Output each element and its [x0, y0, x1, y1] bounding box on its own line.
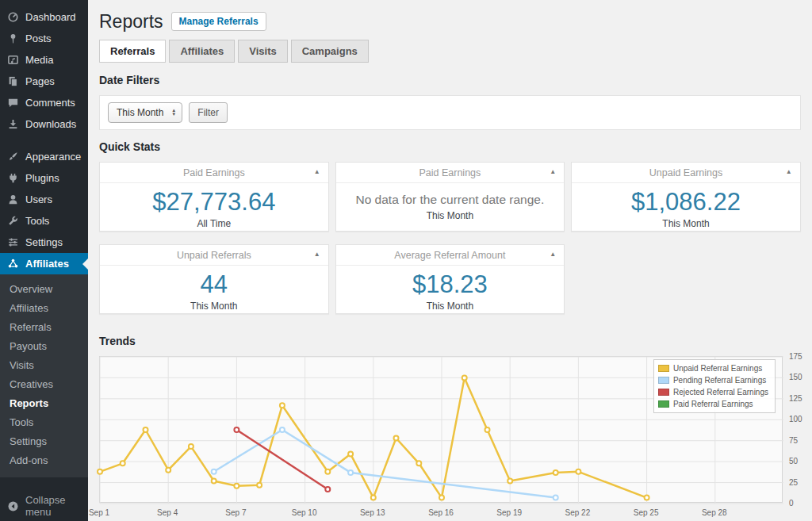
dashboard-icon [7, 11, 19, 23]
x-axis-tick-label: Sep 1 [89, 508, 109, 517]
submenu-item-tools[interactable]: Tools [0, 413, 88, 432]
appearance-icon [7, 151, 19, 163]
sidebar-item-label: Posts [25, 33, 52, 44]
tab-visits[interactable]: Visits [238, 40, 287, 63]
stat-value: $18.23 [336, 271, 565, 297]
legend-swatch-icon [658, 400, 669, 408]
sidebar-item-media[interactable]: Media [0, 49, 88, 71]
sidebar-item-downloads[interactable]: Downloads [0, 113, 88, 135]
collapse-menu-label: Collapse menu [25, 494, 83, 518]
card-collapse-toggle-icon[interactable]: ▲ [550, 251, 556, 258]
main-content: Reports Manage Referrals ReferralsAffili… [88, 0, 812, 521]
x-axis-tick-label: Sep 16 [428, 508, 454, 517]
legend-row: Unpaid Referral Earnings [658, 362, 768, 374]
sidebar-item-tools[interactable]: Tools [0, 210, 88, 232]
sidebar-item-label: Users [25, 193, 52, 205]
sidebar-item-dashboard[interactable]: Dashboard [0, 6, 88, 28]
sidebar-item-label: Tools [25, 215, 49, 227]
legend-label: Paid Referral Earnings [673, 400, 753, 408]
manage-referrals-button[interactable]: Manage Referrals [171, 12, 266, 31]
quick-stats-grid: Paid Earnings ▲ $27,773.64 All Time Paid… [99, 162, 801, 314]
stat-value: $27,773.64 [100, 189, 328, 215]
date-range-select[interactable]: This Month ▲▼ [108, 102, 182, 123]
trends-plot-area: Unpaid Referral EarningsPending Referral… [99, 356, 783, 503]
sidebar-item-plugins[interactable]: Plugins [0, 167, 88, 189]
legend-label: Pending Referral Earnings [673, 376, 766, 385]
x-axis-tick-label: Sep 22 [565, 508, 591, 517]
sidebar-item-label: Dashboard [25, 11, 76, 23]
submenu-item-add-ons[interactable]: Add-ons [0, 451, 88, 470]
y-axis-tick-label: 50 [789, 457, 798, 465]
stat-period: All Time [100, 218, 328, 229]
sidebar-item-users[interactable]: Users [0, 189, 88, 210]
y-axis-tick-label: 75 [789, 436, 798, 445]
trends-chart: Unpaid Referral EarningsPending Referral… [99, 356, 801, 521]
filter-button[interactable]: Filter [189, 102, 228, 123]
x-axis-tick-label: Sep 13 [360, 508, 385, 517]
submenu-item-creatives[interactable]: Creatives [0, 375, 88, 394]
legend-swatch-icon [658, 377, 669, 384]
submenu-item-affiliates[interactable]: Affiliates [0, 299, 88, 318]
card-collapse-toggle-icon[interactable]: ▲ [786, 168, 792, 175]
sidebar-item-label: Media [25, 54, 53, 66]
collapse-icon [7, 500, 19, 512]
y-axis-tick-label: 100 [789, 415, 802, 423]
submenu-item-overview[interactable]: Overview [0, 280, 88, 299]
sidebar-item-posts[interactable]: Posts [0, 28, 88, 49]
sidebar-item-pages[interactable]: Pages [0, 71, 88, 92]
sidebar-item-comments[interactable]: Comments [0, 92, 88, 113]
card-collapse-toggle-icon[interactable]: ▲ [550, 168, 556, 175]
date-filters-heading: Date Filters [99, 74, 801, 86]
admin-sidebar: DashboardPostsMediaPagesCommentsDownload… [0, 0, 88, 521]
legend-swatch-icon [658, 365, 669, 372]
stat-card-title: Paid Earnings [100, 163, 328, 183]
tab-affiliates[interactable]: Affiliates [169, 40, 235, 63]
chart-legend: Unpaid Referral EarningsPending Referral… [653, 359, 776, 413]
submenu-item-referrals[interactable]: Referrals [0, 318, 88, 337]
submenu-item-reports[interactable]: Reports [0, 394, 88, 413]
sidebar-item-affiliates[interactable]: Affiliates [0, 253, 88, 274]
submenu-item-visits[interactable]: Visits [0, 356, 88, 375]
collapse-menu-button[interactable]: Collapse menu [0, 489, 88, 521]
stat-card-paid-earnings-alltime: Paid Earnings ▲ $27,773.64 All Time [99, 162, 329, 232]
card-collapse-toggle-icon[interactable]: ▲ [314, 168, 320, 175]
page-header: Reports Manage Referrals [99, 10, 801, 33]
page-title: Reports [99, 11, 163, 33]
x-axis-tick-label: Sep 28 [702, 508, 727, 517]
report-tabs: ReferralsAffiliatesVisitsCampaigns [99, 40, 801, 63]
legend-row: Rejected Referral Earnings [658, 386, 768, 398]
submenu-item-payouts[interactable]: Payouts [0, 337, 88, 356]
trends-heading: Trends [99, 335, 801, 347]
sidebar-item-appearance[interactable]: Appearance [0, 146, 88, 167]
legend-row: Paid Referral Earnings [658, 398, 768, 410]
x-axis-tick-label: Sep 25 [634, 508, 659, 517]
settings-icon [7, 236, 19, 248]
stat-card-title: Average Referral Amount [336, 245, 565, 266]
media-icon [7, 54, 19, 66]
sidebar-item-label: Settings [25, 236, 63, 248]
stat-card-unpaid-earnings: Unpaid Earnings ▲ $1,086.22 This Month [571, 162, 801, 232]
sidebar-item-settings[interactable]: Settings [0, 232, 88, 253]
y-axis-tick-label: 0 [789, 499, 794, 508]
legend-label: Rejected Referral Earnings [673, 388, 768, 396]
stat-period: This Month [336, 210, 565, 221]
posts-icon [7, 33, 19, 44]
tab-referrals[interactable]: Referrals [99, 40, 166, 63]
x-axis-tick-label: Sep 10 [292, 508, 317, 517]
tab-campaigns[interactable]: Campaigns [291, 40, 369, 63]
y-axis-labels: 0255075100125150175 [789, 356, 812, 503]
submenu-item-settings[interactable]: Settings [0, 432, 88, 451]
legend-row: Pending Referral Earnings [658, 374, 768, 386]
stat-card-title: Unpaid Referrals [100, 245, 328, 266]
stat-card-title: Paid Earnings [336, 163, 565, 183]
sidebar-item-label: Plugins [25, 172, 59, 184]
sidebar-item-label: Comments [25, 97, 75, 109]
users-icon [7, 193, 19, 205]
stat-no-data-message: No data for the current date range. [336, 193, 565, 207]
card-collapse-toggle-icon[interactable]: ▲ [314, 251, 320, 258]
x-axis-tick-label: Sep 4 [157, 508, 178, 517]
x-axis-tick-label: Sep 19 [496, 508, 522, 517]
stat-value: $1,086.22 [572, 189, 800, 215]
affiliates-submenu: OverviewAffiliatesReferralsPayoutsVisits… [0, 274, 88, 477]
x-axis-tick-label: Sep 7 [225, 508, 246, 517]
